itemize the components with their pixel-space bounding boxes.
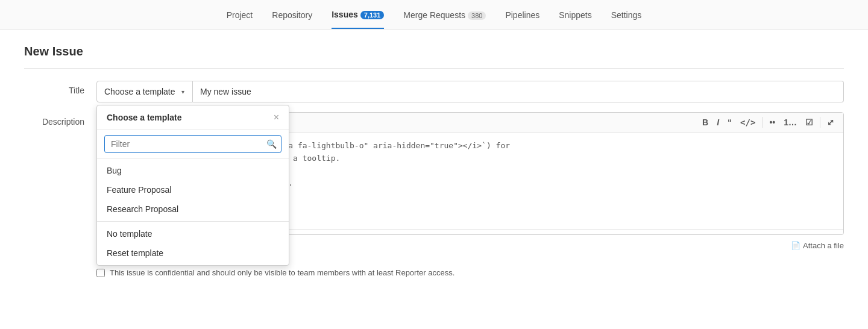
template-group-1: Bug Feature Proposal Research Proposal [97,158,289,222]
toolbar-divider-2 [820,117,820,128]
filter-input[interactable] [104,135,281,153]
nav-item-pipelines[interactable]: Pipelines [505,2,539,28]
title-row: Title Choose a template ▾ Choose a templ… [24,81,844,102]
template-item-feature[interactable]: Feature Proposal [97,180,289,199]
nav-item-project[interactable]: Project [227,2,253,28]
dropdown-close-button[interactable]: × [274,113,279,122]
top-nav: ProjectRepositoryIssues7,131Merge Reques… [0,0,868,30]
nav-item-merge-requests[interactable]: Merge Requests380 [403,2,486,28]
template-group-2: No template Reset template [97,222,289,265]
nav-item-issues[interactable]: Issues7,131 [332,1,384,29]
template-item-no-template[interactable]: No template [97,224,289,243]
search-icon: 🔍 [266,139,277,149]
title-input-area: Choose a template ▾ Choose a template × … [96,81,844,102]
title-input[interactable] [193,81,844,102]
attach-icon: 📄 [791,241,800,250]
dropdown-title: Choose a template [107,113,181,122]
filter-wrap: 🔍 [97,130,289,158]
quote-button[interactable]: “ [725,116,735,128]
confidential-text: This issue is confidential and should on… [110,268,454,277]
toolbar-divider-1 [762,117,763,128]
page-title: New Issue [24,45,844,69]
template-btn-label: Choose a template [104,87,175,96]
italic-button[interactable]: I [714,116,722,128]
dropdown-header: Choose a template × [97,105,289,130]
nav-item-snippets[interactable]: Snippets [559,2,591,28]
template-item-bug[interactable]: Bug [97,161,289,180]
confidential-checkbox[interactable] [96,269,105,277]
choose-template-button[interactable]: Choose a template ▾ [96,81,193,102]
unordered-list-button[interactable]: •• [766,116,778,128]
template-item-reset[interactable]: Reset template [97,243,289,263]
nav-item-settings[interactable]: Settings [611,2,642,28]
nav-badge-merge-requests: 380 [468,11,486,20]
title-label: Title [24,81,84,95]
nav-item-repository[interactable]: Repository [272,2,312,28]
attach-file-button[interactable]: 📄 Attach a file [791,241,844,250]
code-button[interactable]: </> [737,116,758,128]
chevron-down-icon: ▾ [181,89,184,95]
ordered-list-button[interactable]: 1… [781,116,800,128]
task-list-button[interactable]: ☑ [802,116,816,128]
template-dropdown-panel: Choose a template × 🔍 Bug Feature Propos… [96,105,289,266]
bold-button[interactable]: B [699,116,711,128]
attach-label: Attach a file [803,241,844,250]
fullscreen-button[interactable]: ⤢ [824,116,837,128]
nav-badge-issues: 7,131 [360,11,385,19]
description-label: Description [24,112,84,127]
template-item-research[interactable]: Research Proposal [97,199,289,219]
